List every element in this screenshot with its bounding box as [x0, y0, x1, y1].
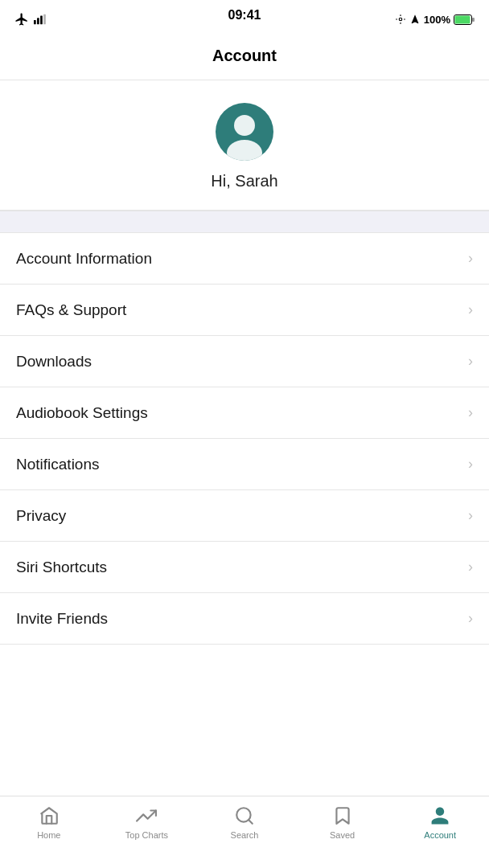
nav-icon-account — [429, 805, 451, 827]
svg-rect-1 — [37, 18, 39, 24]
menu-item-privacy[interactable]: Privacy › — [0, 490, 489, 542]
nav-label-search: Search — [231, 830, 259, 840]
chevron-icon-account-information: › — [468, 250, 473, 267]
signal-icon — [34, 14, 48, 25]
svg-rect-0 — [34, 20, 36, 24]
battery-icon — [454, 14, 475, 25]
avatar-icon — [216, 103, 273, 161]
svg-point-4 — [399, 18, 402, 21]
profile-section: Hi, Sarah — [0, 80, 489, 211]
menu-item-account-information[interactable]: Account Information › — [0, 233, 489, 285]
menu-item-notifications[interactable]: Notifications › — [0, 439, 489, 490]
nav-label-home: Home — [37, 830, 60, 840]
location-icon — [395, 14, 406, 25]
nav-item-home[interactable]: Home — [0, 805, 98, 840]
nav-icon-home — [38, 805, 60, 827]
menu-item-siri-shortcuts[interactable]: Siri Shortcuts › — [0, 542, 489, 593]
svg-rect-2 — [40, 16, 43, 25]
menu-label-account-information: Account Information — [16, 250, 152, 268]
chevron-icon-audiobook-settings: › — [468, 404, 473, 421]
nav-label-top-charts: Top Charts — [125, 830, 168, 840]
battery-percent: 100% — [424, 14, 450, 26]
chevron-icon-privacy: › — [468, 507, 473, 524]
svg-line-11 — [249, 820, 253, 824]
status-left — [14, 12, 48, 27]
nav-icon-search — [233, 805, 256, 827]
menu-label-faqs-support: FAQs & Support — [16, 301, 126, 319]
bottom-navigation: Home Top Charts Search Saved Account — [0, 796, 489, 868]
chevron-icon-notifications: › — [468, 456, 473, 473]
menu-item-faqs-support[interactable]: FAQs & Support › — [0, 285, 489, 336]
nav-label-account: Account — [424, 830, 456, 840]
menu-label-invite-friends: Invite Friends — [16, 610, 108, 628]
nav-label-saved: Saved — [330, 830, 355, 840]
menu-label-notifications: Notifications — [16, 456, 100, 473]
nav-item-search[interactable]: Search — [195, 805, 294, 840]
section-divider — [0, 211, 489, 233]
nav-item-account[interactable]: Account — [391, 805, 489, 840]
svg-rect-7 — [472, 18, 475, 22]
avatar — [216, 103, 273, 161]
svg-point-9 — [227, 140, 262, 161]
status-bar: 09:41 100% — [0, 0, 489, 35]
chevron-icon-invite-friends: › — [468, 610, 473, 627]
nav-icon-top-charts — [135, 805, 158, 827]
nav-item-saved[interactable]: Saved — [294, 805, 392, 840]
chevron-icon-siri-shortcuts: › — [468, 559, 473, 575]
airplane-icon — [14, 12, 29, 27]
menu-label-audiobook-settings: Audiobook Settings — [16, 404, 148, 422]
page-title: Account — [212, 47, 277, 64]
status-right: 100% — [395, 14, 475, 26]
svg-point-8 — [234, 115, 255, 136]
svg-rect-3 — [43, 14, 46, 25]
menu-label-downloads: Downloads — [16, 353, 92, 371]
menu-label-privacy: Privacy — [16, 507, 66, 525]
menu-list: Account Information › FAQs & Support › D… — [0, 233, 489, 645]
page-header: Account — [0, 35, 489, 80]
nav-icon-saved — [331, 805, 354, 827]
chevron-icon-downloads: › — [468, 353, 473, 370]
nav-item-top-charts[interactable]: Top Charts — [98, 805, 196, 840]
status-time: 09:41 — [228, 8, 261, 23]
chevron-icon-faqs-support: › — [468, 301, 473, 318]
menu-item-invite-friends[interactable]: Invite Friends › — [0, 593, 489, 645]
menu-item-audiobook-settings[interactable]: Audiobook Settings › — [0, 387, 489, 439]
svg-rect-6 — [455, 15, 471, 23]
navigation-icon — [409, 14, 421, 25]
menu-item-downloads[interactable]: Downloads › — [0, 336, 489, 387]
menu-label-siri-shortcuts: Siri Shortcuts — [16, 559, 107, 576]
greeting: Hi, Sarah — [211, 172, 277, 190]
